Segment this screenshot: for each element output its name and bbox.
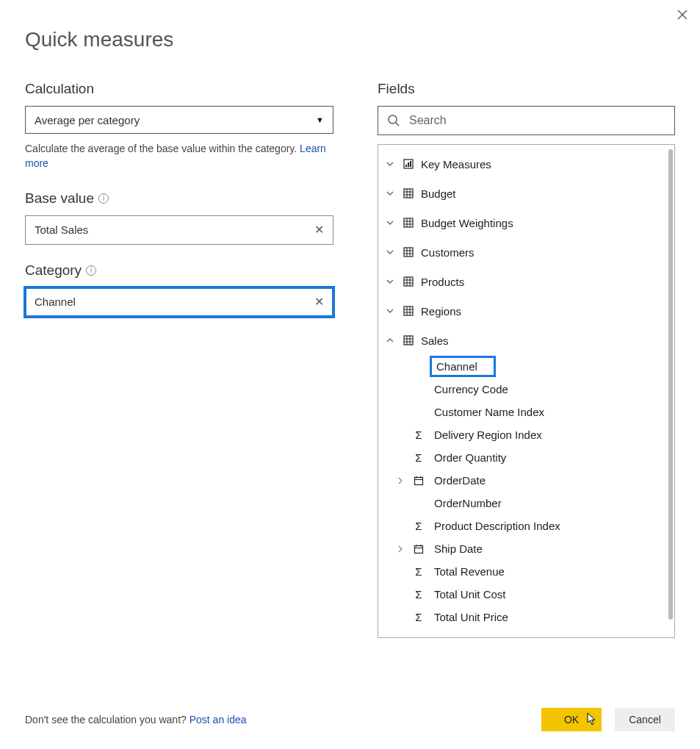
field-label: Total Unit Price bbox=[431, 611, 508, 623]
table-row-key-measures[interactable]: Key Measures bbox=[378, 149, 674, 179]
calculation-label: Calculation bbox=[25, 81, 333, 97]
table-label: Regions bbox=[421, 305, 461, 318]
chevron-down-icon bbox=[384, 307, 396, 315]
field-channel[interactable]: Channel bbox=[378, 355, 674, 378]
fields-tree-panel: Key Measures Budget Budget Weightings Cu… bbox=[378, 144, 675, 638]
svg-line-3 bbox=[396, 123, 399, 126]
table-row-customers[interactable]: Customers bbox=[378, 237, 674, 267]
chevron-down-icon bbox=[384, 189, 396, 198]
category-value: Channel bbox=[35, 295, 76, 308]
table-label: Budget bbox=[421, 187, 456, 200]
svg-rect-6 bbox=[408, 162, 409, 167]
field-ship-date[interactable]: Ship Date bbox=[378, 537, 674, 560]
svg-point-2 bbox=[389, 115, 397, 123]
svg-rect-13 bbox=[404, 218, 413, 227]
svg-rect-18 bbox=[404, 248, 413, 257]
base-value-field[interactable]: Total Sales ✕ bbox=[25, 215, 333, 245]
sigma-icon: Σ bbox=[412, 611, 425, 623]
field-label: Ship Date bbox=[431, 542, 483, 555]
cursor-icon bbox=[587, 712, 597, 725]
svg-rect-28 bbox=[404, 307, 413, 315]
info-icon[interactable]: i bbox=[86, 265, 96, 276]
calculation-select[interactable]: Average per category ▼ bbox=[25, 106, 333, 134]
field-label: Channel bbox=[430, 356, 496, 377]
footer-prompt: Don't see the calculation you want? Post… bbox=[25, 714, 247, 725]
field-currency-code[interactable]: Currency Code bbox=[378, 378, 674, 401]
table-row-products[interactable]: Products bbox=[378, 267, 674, 296]
field-label: Order Quantity bbox=[431, 451, 506, 464]
category-label: Category i bbox=[25, 262, 333, 279]
ok-button[interactable]: OK bbox=[541, 708, 602, 731]
chevron-down-icon bbox=[384, 160, 396, 168]
field-ordernumber[interactable]: OrderNumber bbox=[378, 492, 674, 515]
calendar-icon bbox=[412, 544, 425, 554]
field-total-unit-cost[interactable]: Σ Total Unit Cost bbox=[378, 583, 674, 606]
field-customer-name-index[interactable]: Customer Name Index bbox=[378, 401, 674, 423]
fields-search[interactable] bbox=[378, 106, 675, 135]
clear-category-icon[interactable]: ✕ bbox=[314, 295, 324, 309]
sigma-icon: Σ bbox=[412, 451, 425, 464]
clear-base-value-icon[interactable]: ✕ bbox=[314, 223, 324, 237]
calculation-help-text: Calculate the average of the base value … bbox=[25, 141, 333, 171]
ok-label: OK bbox=[564, 714, 579, 725]
svg-rect-42 bbox=[415, 545, 423, 553]
field-order-quantity[interactable]: Σ Order Quantity bbox=[378, 446, 674, 469]
table-icon bbox=[402, 218, 415, 228]
table-label: Budget Weightings bbox=[421, 217, 513, 229]
table-label: Customers bbox=[421, 246, 475, 259]
table-icon bbox=[402, 335, 415, 345]
svg-rect-23 bbox=[404, 277, 413, 286]
field-delivery-region-index[interactable]: Σ Delivery Region Index bbox=[378, 423, 674, 446]
base-value-label: Base value i bbox=[25, 190, 333, 207]
field-label: Total Unit Cost bbox=[431, 588, 506, 601]
close-icon bbox=[676, 9, 688, 21]
table-row-sales[interactable]: Sales bbox=[378, 326, 674, 355]
field-total-revenue[interactable]: Σ Total Revenue bbox=[378, 560, 674, 583]
table-label: Sales bbox=[421, 334, 449, 347]
field-total-unit-price[interactable]: Σ Total Unit Price bbox=[378, 606, 674, 628]
chevron-down-icon bbox=[384, 218, 396, 227]
category-label-text: Category bbox=[25, 262, 82, 279]
field-label: OrderNumber bbox=[431, 497, 502, 509]
chevron-down-icon bbox=[384, 248, 396, 257]
sigma-icon: Σ bbox=[412, 588, 425, 601]
sigma-icon: Σ bbox=[412, 565, 425, 578]
field-product-description-index[interactable]: Σ Product Description Index bbox=[378, 515, 674, 537]
field-label: Currency Code bbox=[431, 383, 508, 395]
svg-rect-7 bbox=[410, 161, 411, 167]
category-field[interactable]: Channel ✕ bbox=[25, 287, 333, 317]
scrollbar-thumb[interactable] bbox=[668, 149, 673, 620]
search-icon bbox=[387, 114, 400, 127]
table-icon bbox=[402, 276, 415, 287]
table-icon bbox=[402, 306, 415, 316]
table-row-budget[interactable]: Budget bbox=[378, 179, 674, 208]
close-button[interactable] bbox=[676, 9, 688, 21]
table-label: Products bbox=[421, 276, 464, 288]
cancel-button[interactable]: Cancel bbox=[615, 708, 675, 731]
svg-rect-38 bbox=[415, 477, 423, 484]
table-label: Key Measures bbox=[421, 158, 491, 171]
footer-prompt-text: Don't see the calculation you want? bbox=[25, 714, 190, 725]
post-an-idea-link[interactable]: Post an idea bbox=[190, 714, 247, 725]
fields-label: Fields bbox=[378, 81, 675, 97]
table-row-regions[interactable]: Regions bbox=[378, 296, 674, 326]
base-value-value: Total Sales bbox=[35, 223, 88, 236]
fields-search-input[interactable] bbox=[408, 113, 665, 128]
field-orderdate[interactable]: OrderDate bbox=[378, 469, 674, 492]
table-row-budget-weightings[interactable]: Budget Weightings bbox=[378, 208, 674, 237]
svg-rect-33 bbox=[404, 336, 413, 345]
svg-rect-8 bbox=[404, 189, 413, 198]
sigma-icon: Σ bbox=[412, 520, 425, 532]
field-label: Delivery Region Index bbox=[431, 429, 542, 441]
calculation-selected-value: Average per category bbox=[35, 114, 140, 126]
svg-rect-5 bbox=[405, 165, 407, 167]
field-label: Product Description Index bbox=[431, 520, 560, 532]
chevron-down-icon: ▼ bbox=[316, 115, 324, 124]
calendar-icon bbox=[412, 476, 425, 486]
help-text-span: Calculate the average of the base value … bbox=[25, 143, 300, 154]
chevron-right-icon bbox=[394, 477, 406, 484]
field-label: Customer Name Index bbox=[431, 406, 544, 418]
field-label: Total Revenue bbox=[431, 565, 505, 578]
base-value-label-text: Base value bbox=[25, 190, 94, 207]
info-icon[interactable]: i bbox=[98, 193, 109, 204]
